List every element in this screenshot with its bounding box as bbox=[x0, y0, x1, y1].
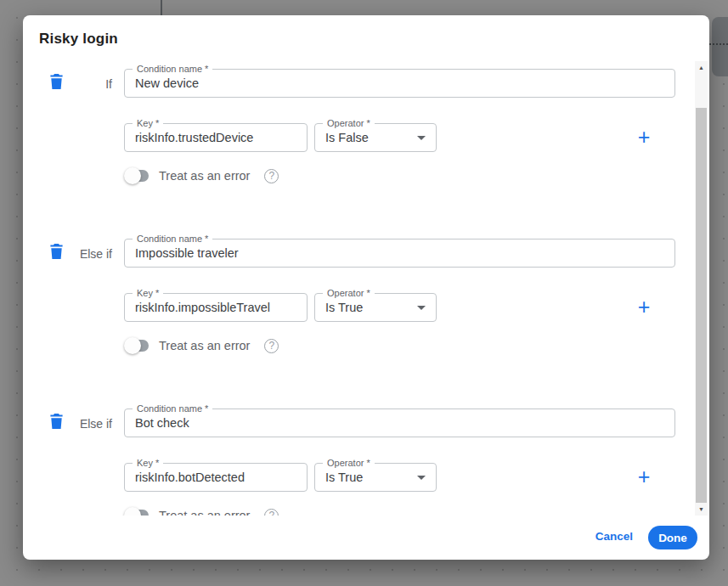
plus-icon: + bbox=[638, 125, 651, 149]
treat-as-error-toggle[interactable] bbox=[126, 170, 149, 182]
dialog-title: Risky login bbox=[39, 31, 118, 46]
help-icon[interactable]: ? bbox=[264, 339, 279, 353]
operator-select[interactable]: Operator * Is True bbox=[314, 293, 437, 322]
scroll-up-icon: ▲ bbox=[698, 65, 704, 70]
key-input[interactable]: Key * riskInfo.trustedDevice bbox=[124, 123, 308, 152]
key-value: riskInfo.impossibleTravel bbox=[135, 294, 270, 321]
condition-name-value: Bot check bbox=[135, 409, 189, 437]
key-value: riskInfo.trustedDevice bbox=[135, 124, 253, 151]
add-filter-button[interactable]: + bbox=[631, 294, 657, 319]
key-input[interactable]: Key * riskInfo.botDetected bbox=[124, 463, 308, 492]
risky-login-dialog: Risky login If Condition name * New devi… bbox=[23, 15, 709, 560]
operator-value: Is True bbox=[325, 294, 363, 321]
toggle-knob bbox=[124, 507, 141, 516]
condition-row: Else if Condition name * Bot check Key *… bbox=[23, 401, 695, 516]
conditions-scroll-area: If Condition name * New device Key * ris… bbox=[23, 61, 695, 516]
treat-as-error-label: Treat as an error bbox=[159, 339, 250, 352]
condition-name-value: New device bbox=[135, 70, 199, 97]
condition-connector-label: If bbox=[40, 77, 112, 91]
treat-as-error-toggle[interactable] bbox=[126, 510, 149, 516]
key-value: riskInfo.botDetected bbox=[135, 464, 245, 491]
scroll-down-icon: ▼ bbox=[698, 506, 704, 512]
treat-as-error-row: Treat as an error ? bbox=[126, 167, 279, 184]
condition-name-input[interactable]: Condition name * New device bbox=[124, 69, 675, 98]
scrollbar-up-button[interactable]: ▲ bbox=[695, 61, 708, 74]
background-flow-node bbox=[712, 17, 728, 76]
operator-select[interactable]: Operator * Is False bbox=[314, 123, 437, 152]
condition-name-input[interactable]: Condition name * Bot check bbox=[124, 409, 675, 437]
chevron-down-icon bbox=[417, 476, 426, 480]
cancel-button[interactable]: Cancel bbox=[595, 530, 633, 543]
treat-as-error-row: Treat as an error ? bbox=[126, 507, 279, 516]
condition-name-input[interactable]: Condition name * Impossible traveler bbox=[124, 239, 675, 268]
help-icon[interactable]: ? bbox=[264, 509, 279, 516]
add-filter-button[interactable]: + bbox=[631, 124, 657, 149]
condition-connector-label: Else if bbox=[40, 417, 112, 431]
operator-value: Is True bbox=[325, 464, 363, 491]
condition-row: Else if Condition name * Impossible trav… bbox=[23, 231, 695, 401]
operator-value: Is False bbox=[325, 124, 369, 151]
chevron-down-icon bbox=[417, 306, 426, 310]
done-button[interactable]: Done bbox=[648, 526, 697, 549]
plus-icon: + bbox=[638, 465, 651, 488]
treat-as-error-row: Treat as an error ? bbox=[126, 337, 279, 354]
toggle-knob bbox=[124, 337, 141, 354]
scrollbar-down-button[interactable]: ▼ bbox=[695, 503, 708, 516]
scrollbar-thumb[interactable] bbox=[696, 108, 707, 503]
condition-name-value: Impossible traveler bbox=[135, 239, 239, 267]
treat-as-error-toggle[interactable] bbox=[126, 340, 149, 352]
condition-row: If Condition name * New device Key * ris… bbox=[23, 61, 695, 231]
background-connector-line bbox=[161, 0, 162, 16]
treat-as-error-label: Treat as an error bbox=[159, 169, 250, 183]
plus-icon: + bbox=[638, 295, 651, 318]
treat-as-error-label: Treat as an error bbox=[159, 509, 250, 516]
chevron-down-icon bbox=[417, 136, 426, 140]
add-filter-button[interactable]: + bbox=[631, 464, 657, 489]
key-input[interactable]: Key * riskInfo.impossibleTravel bbox=[124, 293, 308, 322]
vertical-scrollbar[interactable]: ▲ ▼ bbox=[695, 61, 708, 516]
background-dashed-line bbox=[709, 43, 728, 45]
condition-connector-label: Else if bbox=[40, 247, 112, 261]
help-icon[interactable]: ? bbox=[264, 169, 279, 183]
toggle-knob bbox=[124, 167, 141, 184]
operator-select[interactable]: Operator * Is True bbox=[314, 463, 437, 492]
